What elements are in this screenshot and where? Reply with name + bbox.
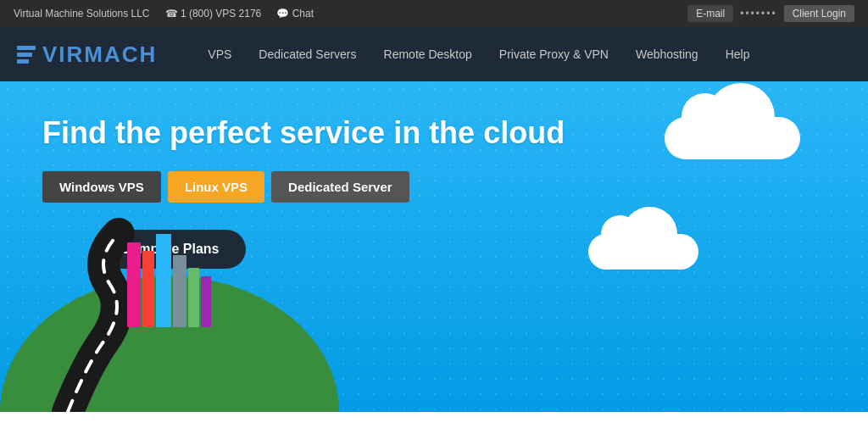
svg-rect-5 [201,276,211,327]
svg-rect-4 [188,268,199,327]
email-button[interactable]: E-mail [687,5,733,22]
nav-links: VPS Dedicated Servers Remote Desktop Pri… [208,47,749,62]
top-bar-left: Virtual Machine Solutions LLC ☎ 1 (800) … [14,8,314,19]
logo[interactable]: VIRMACH [17,42,157,68]
phone-icon: ☎ [165,8,178,19]
nav-item-webhosting[interactable]: Webhosting [636,47,698,62]
nav-item-vps[interactable]: VPS [208,47,231,62]
nav-item-proxy[interactable]: Private Proxy & VPN [499,47,609,62]
top-bar: Virtual Machine Solutions LLC ☎ 1 (800) … [0,0,868,27]
nav-link-help[interactable]: Help [726,47,750,61]
logo-text: VIRMACH [42,42,157,68]
hero-section: Find the perfect service in the cloud Wi… [0,81,868,412]
svg-rect-2 [156,234,171,327]
buildings-decoration [119,225,220,327]
company-name: Virtual Machine Solutions LLC [14,8,150,19]
hero-buttons: Windows VPS Linux VPS Dedicated Server [42,171,826,203]
chat-icon: 💬 [276,8,289,19]
dedicated-server-button[interactable]: Dedicated Server [271,171,409,203]
nav-link-proxy[interactable]: Private Proxy & VPN [499,47,609,61]
nav-link-dedicated[interactable]: Dedicated Servers [259,47,356,61]
hero-title: Find the perfect service in the cloud [42,115,826,151]
nav-item-dedicated[interactable]: Dedicated Servers [259,47,356,62]
nav-link-webhosting[interactable]: Webhosting [636,47,698,61]
nav-link-vps[interactable]: VPS [208,47,231,61]
cloud-medium [588,234,698,270]
chat-link[interactable]: 💬 Chat [276,8,314,19]
nav-item-help[interactable]: Help [726,47,750,62]
windows-vps-button[interactable]: Windows VPS [42,171,161,203]
client-login-button[interactable]: Client Login [784,5,854,22]
logo-icon [17,46,36,64]
svg-rect-3 [173,255,186,327]
phone-number: 1 (800) VPS 2176 [181,8,261,19]
svg-rect-0 [127,242,141,327]
chat-label: Chat [292,8,314,19]
svg-rect-1 [142,251,154,327]
phone-info: ☎ 1 (800) VPS 2176 [165,8,262,19]
linux-vps-button[interactable]: Linux VPS [168,171,264,203]
nav-item-remote[interactable]: Remote Desktop [384,47,472,62]
dots-separator: ••••••• [740,8,776,19]
nav-link-remote[interactable]: Remote Desktop [384,47,472,61]
navbar: VIRMACH VPS Dedicated Servers Remote Des… [0,27,868,81]
city-svg [119,225,220,327]
top-bar-right: E-mail ••••••• Client Login [687,5,854,22]
